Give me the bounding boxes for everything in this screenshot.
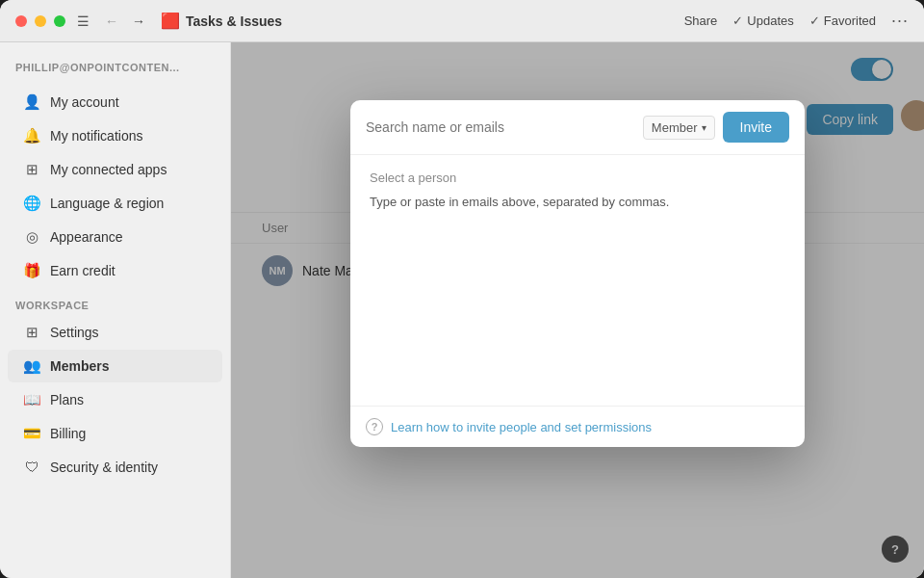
plans-icon: 📖 (23, 391, 40, 408)
search-input[interactable] (366, 119, 635, 135)
sidebar-item-label: Security & identity (50, 460, 158, 475)
sidebar-item-settings[interactable]: ⊞ Settings (8, 316, 222, 349)
account-icon: 👤 (23, 93, 40, 111)
settings-icon: ⊞ (23, 324, 40, 341)
learn-link[interactable]: Learn how to invite people and set permi… (391, 420, 652, 434)
sidebar: PHILLIP@ONPOINTCONTEN... 👤 My account 🔔 … (0, 42, 231, 578)
page-content: 5de3 Copy link User Access level NM Nate… (231, 42, 924, 578)
sidebar-item-my-account[interactable]: 👤 My account (8, 86, 222, 118)
sidebar-item-my-connected-apps[interactable]: ⊞ My connected apps (8, 153, 222, 186)
member-selector[interactable]: Member ▾ (643, 116, 715, 140)
modal-header: Member ▾ Invite (350, 100, 805, 155)
workspace-section-label: WORKSPACE (0, 288, 230, 315)
select-person-label: Select a person (370, 171, 785, 185)
main-content: PHILLIP@ONPOINTCONTEN... 👤 My account 🔔 … (0, 42, 924, 578)
nav-arrows: ← → (101, 12, 149, 31)
chevron-down-icon: ▾ (702, 122, 706, 133)
sidebar-item-label: Language & region (50, 196, 164, 211)
members-icon: 👥 (23, 357, 40, 375)
sidebar-item-label: Plans (50, 392, 84, 407)
back-arrow[interactable]: ← (101, 12, 122, 31)
appearance-icon: ◎ (23, 228, 40, 246)
more-button[interactable]: ··· (891, 11, 909, 31)
invite-button[interactable]: Invite (723, 112, 789, 143)
sidebar-item-label: Appearance (50, 229, 123, 245)
sidebar-item-appearance[interactable]: ◎ Appearance (8, 221, 222, 253)
share-button[interactable]: Share (684, 13, 718, 28)
modal-footer: ? Learn how to invite people and set per… (350, 406, 805, 447)
favorited-button[interactable]: ✓ Favorited (809, 13, 876, 28)
hint-text: Type or paste in emails above, separated… (370, 193, 785, 212)
sidebar-item-my-notifications[interactable]: 🔔 My notifications (8, 119, 222, 152)
sidebar-item-label: Settings (50, 325, 99, 340)
member-label: Member (652, 120, 698, 135)
title-bar-actions: Share ✓ Updates ✓ Favorited ··· (684, 11, 909, 31)
app-window: ☰ ← → 🟥 Tasks & Issues Share ✓ Updates ✓… (0, 0, 924, 578)
notifications-icon: 🔔 (23, 127, 40, 144)
help-circle-icon: ? (366, 418, 383, 435)
app-icon: 🟥 (161, 12, 180, 30)
modal-overlay: Member ▾ Invite Select a person Type or … (231, 42, 924, 578)
sidebar-item-language-region[interactable]: 🌐 Language & region (8, 187, 222, 220)
minimize-button[interactable] (35, 15, 46, 27)
window-title: Tasks & Issues (186, 13, 684, 29)
traffic-lights (15, 15, 65, 27)
connected-apps-icon: ⊞ (23, 161, 40, 178)
forward-arrow[interactable]: → (128, 12, 149, 31)
sidebar-item-label: My account (50, 94, 119, 110)
sidebar-item-label: Members (50, 358, 109, 374)
sidebar-item-billing[interactable]: 💳 Billing (8, 417, 222, 450)
sidebar-item-label: Earn credit (50, 263, 116, 278)
sidebar-item-plans[interactable]: 📖 Plans (8, 383, 222, 416)
menu-icon[interactable]: ☰ (77, 13, 90, 29)
maximize-button[interactable] (54, 15, 65, 27)
sidebar-item-label: Billing (50, 426, 86, 441)
title-bar: ☰ ← → 🟥 Tasks & Issues Share ✓ Updates ✓… (0, 0, 924, 42)
sidebar-item-label: My connected apps (50, 162, 167, 177)
updates-button[interactable]: ✓ Updates (732, 13, 793, 28)
sidebar-item-security-identity[interactable]: 🛡 Security & identity (8, 451, 222, 483)
sidebar-item-label: My notifications (50, 128, 142, 144)
earn-credit-icon: 🎁 (23, 262, 40, 279)
sidebar-item-members[interactable]: 👥 Members (8, 350, 222, 382)
invite-modal: Member ▾ Invite Select a person Type or … (350, 100, 805, 447)
sidebar-item-earn-credit[interactable]: 🎁 Earn credit (8, 254, 222, 287)
close-button[interactable] (15, 15, 27, 27)
modal-body: Select a person Type or paste in emails … (350, 155, 805, 406)
sidebar-user-label: PHILLIP@ONPOINTCONTEN... (0, 58, 230, 85)
language-icon: 🌐 (23, 195, 40, 212)
billing-icon: 💳 (23, 425, 40, 442)
security-icon: 🛡 (23, 459, 40, 475)
